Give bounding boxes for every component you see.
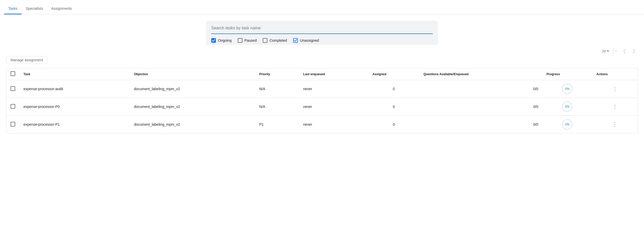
row-last-enqueued-1: never: [299, 98, 368, 116]
manage-assignment-area: Manage assignment: [6, 56, 638, 66]
row-meatball-button-0[interactable]: ⋮: [610, 85, 620, 92]
tasks-table: Task Objective Priority Last enqueued As…: [6, 68, 638, 133]
row-task-2: expense-processor-P1: [19, 116, 130, 133]
progress-badge-0: 0%: [562, 84, 572, 94]
search-input-wrapper: [211, 25, 433, 34]
th-priority: Priority: [255, 68, 299, 80]
row-assigned-1: 0: [368, 98, 419, 116]
table-row: expense-processor-audit document_labelin…: [6, 80, 638, 98]
page-size-selector: 20: [602, 49, 609, 53]
table-row: expense-processor-P1 document_labeling_m…: [6, 116, 638, 133]
filter-ongoing[interactable]: Ongoing: [211, 38, 232, 43]
row-questions-0: 0/0: [419, 80, 542, 98]
filters-row: Ongoing Paused Completed Unassigned: [211, 34, 433, 45]
search-input[interactable]: [211, 25, 433, 31]
row-objective-0: document_labeling_mpm_v2: [130, 80, 255, 98]
th-actions: Actions: [592, 68, 638, 80]
row-progress-2: 0%: [542, 116, 592, 133]
checkbox-unassigned[interactable]: [293, 38, 298, 43]
row-questions-2: 0/0: [419, 116, 542, 133]
checkbox-paused[interactable]: [238, 38, 242, 43]
th-progress: Progress: [542, 68, 592, 80]
row-priority-0: N/A: [255, 80, 299, 98]
prev-page-button[interactable]: ❮: [620, 47, 629, 55]
th-objective: Objective: [130, 68, 255, 80]
table-row: expense-processor-P0 document_labeling_m…: [6, 98, 638, 116]
row-assigned-2: 0: [368, 116, 419, 133]
filter-paused[interactable]: Paused: [238, 38, 257, 43]
row-actions-1[interactable]: ⋮: [592, 98, 638, 116]
row-checkbox-0[interactable]: [11, 86, 15, 91]
row-priority-2: P1: [255, 116, 299, 133]
row-checkbox-1[interactable]: [11, 104, 15, 109]
row-meatball-button-2[interactable]: ⋮: [610, 121, 620, 128]
toolbar-row: 20 ⎮< ❮ ❯: [6, 45, 638, 56]
checkbox-ongoing[interactable]: [211, 38, 216, 43]
th-select-all[interactable]: [6, 68, 20, 80]
row-actions-2[interactable]: ⋮: [592, 116, 638, 133]
checkbox-completed[interactable]: [263, 38, 267, 43]
th-questions: Questions Available/Enqueued: [419, 68, 542, 80]
select-all-checkbox[interactable]: [11, 71, 15, 76]
filter-completed[interactable]: Completed: [263, 38, 287, 43]
filter-ongoing-label: Ongoing: [218, 38, 232, 43]
progress-badge-2: 0%: [562, 119, 572, 130]
first-page-button[interactable]: ⎮<: [611, 47, 619, 55]
row-select-cell[interactable]: [6, 80, 20, 98]
row-actions-0[interactable]: ⋮: [592, 80, 638, 98]
tab-assignments[interactable]: Assignments: [47, 2, 76, 14]
row-objective-2: document_labeling_mpm_v2: [130, 116, 255, 133]
row-objective-1: document_labeling_mpm_v2: [130, 98, 255, 116]
filter-completed-label: Completed: [269, 38, 287, 43]
row-priority-1: N/A: [255, 98, 299, 116]
row-last-enqueued-2: never: [299, 116, 368, 133]
th-task: Task: [19, 68, 130, 80]
pagination-buttons: ⎮< ❮ ❯: [611, 47, 638, 55]
row-select-cell[interactable]: [6, 98, 20, 116]
th-last-enqueued: Last enqueued: [299, 68, 368, 80]
progress-badge-1: 0%: [562, 101, 572, 112]
th-assigned: Assigned: [368, 68, 419, 80]
main-content: Ongoing Paused Completed Unassigned: [0, 14, 644, 140]
page-size-value: 20: [602, 49, 606, 53]
row-progress-1: 0%: [542, 98, 592, 116]
chevron-down-icon[interactable]: [607, 50, 609, 52]
row-last-enqueued-0: never: [299, 80, 368, 98]
row-questions-1: 0/0: [419, 98, 542, 116]
search-container: Ongoing Paused Completed Unassigned: [206, 21, 438, 45]
filter-unassigned[interactable]: Unassigned: [293, 38, 319, 43]
row-checkbox-2[interactable]: [11, 122, 15, 126]
row-task-1: expense-processor-P0: [19, 98, 130, 116]
row-task-0: expense-processor-audit: [19, 80, 130, 98]
manage-assignment-button[interactable]: Manage assignment: [6, 56, 47, 64]
tabs-bar: Tasks Specialists Assignments: [0, 0, 644, 14]
table-header-row: Task Objective Priority Last enqueued As…: [6, 68, 638, 80]
filter-paused-label: Paused: [244, 38, 257, 43]
filter-unassigned-label: Unassigned: [300, 38, 319, 43]
row-assigned-0: 0: [368, 80, 419, 98]
tab-specialists[interactable]: Specialists: [22, 2, 47, 14]
next-page-button[interactable]: ❯: [630, 47, 638, 55]
row-meatball-button-1[interactable]: ⋮: [610, 103, 620, 110]
row-select-cell[interactable]: [6, 116, 20, 133]
row-progress-0: 0%: [542, 80, 592, 98]
tab-tasks[interactable]: Tasks: [4, 2, 22, 14]
